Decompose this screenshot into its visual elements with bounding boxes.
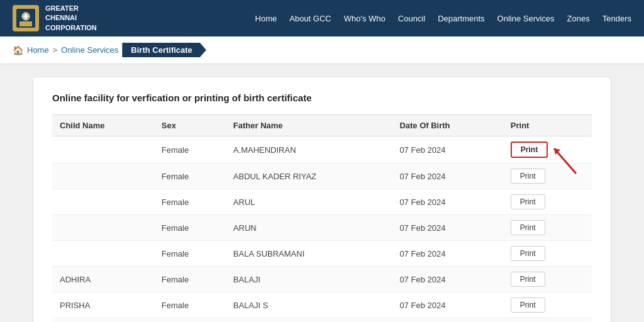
cell-dob: 07 Feb 2024 <box>392 292 502 318</box>
logo-area: GREATER CHENNAI CORPORATION <box>13 4 97 33</box>
breadcrumb-online-services-link[interactable]: Online Services <box>61 45 118 55</box>
cell-print: Print <box>503 318 592 323</box>
main-content: Online facility for verfication or print… <box>0 64 644 322</box>
cell-dob: 07 Feb 2024 <box>392 189 502 215</box>
cell-print: Print <box>503 215 592 241</box>
cell-child-name <box>52 215 154 241</box>
col-header-sex: Sex <box>154 115 226 136</box>
cell-child-name <box>52 136 154 164</box>
logo-icon <box>13 5 39 31</box>
table-row: FemaleBALA SUBRAMANI07 Feb 2024Print <box>52 241 592 267</box>
breadcrumb-active-item: Birth Certificate <box>122 43 206 57</box>
col-header-father-name: Father Name <box>226 115 392 136</box>
cell-father-name: A.MAHENDIRAN <box>226 136 392 164</box>
cell-father-name: ARUN <box>226 215 392 241</box>
table-row: FemaleABDUL KADER RIYAZ07 Feb 2024Print <box>52 164 592 189</box>
table-row: FemaleBALAJI. M07 Feb 2024Print <box>52 318 592 323</box>
cell-sex: Female <box>154 241 226 267</box>
cell-sex: Female <box>154 292 226 318</box>
cell-print: Print <box>503 292 592 318</box>
page-title: Online facility for verfication or print… <box>52 92 592 103</box>
nav-online-services[interactable]: Online Services <box>497 14 555 23</box>
table-row: PRISHAFemaleBALAJI S07 Feb 2024Print <box>52 292 592 318</box>
cell-father-name: ABDUL KADER RIYAZ <box>226 164 392 189</box>
print-button-highlighted[interactable]: Print <box>511 142 548 158</box>
cell-sex: Female <box>154 267 226 292</box>
cell-father-name: ARUL <box>226 189 392 215</box>
main-nav: Home About GCC Who's Who Council Departm… <box>255 14 631 23</box>
print-button[interactable]: Print <box>511 194 545 209</box>
breadcrumb: 🏠 Home > Online Services Birth Certifica… <box>0 36 644 64</box>
cell-father-name: BALA SUBRAMANI <box>226 241 392 267</box>
svg-rect-4 <box>23 16 28 17</box>
cell-child-name <box>52 189 154 215</box>
cell-sex: Female <box>154 189 226 215</box>
svg-marker-6 <box>554 148 560 155</box>
cell-dob: 07 Feb 2024 <box>392 215 502 241</box>
cell-sex: Female <box>154 215 226 241</box>
cell-print: Print <box>503 267 592 292</box>
cell-father-name: BALAJI S <box>226 292 392 318</box>
cell-child-name: ADHIRA <box>52 267 154 292</box>
home-icon: 🏠 <box>13 45 23 55</box>
cell-dob: 07 Feb 2024 <box>392 136 502 164</box>
cell-dob: 07 Feb 2024 <box>392 164 502 189</box>
cell-father-name: BALAJI. M <box>226 318 392 323</box>
nav-council[interactable]: Council <box>398 14 425 23</box>
print-button[interactable]: Print <box>511 220 545 235</box>
cell-dob: 07 Feb 2024 <box>392 241 502 267</box>
breadcrumb-separator: > <box>53 45 58 55</box>
cell-sex: Female <box>154 136 226 164</box>
nav-zones[interactable]: Zones <box>567 14 590 23</box>
col-header-dob: Date Of Birth <box>392 115 502 136</box>
cell-child-name <box>52 241 154 267</box>
cell-print: Print <box>503 241 592 267</box>
content-box: Online facility for verfication or print… <box>33 77 611 322</box>
print-button[interactable]: Print <box>511 297 545 313</box>
nav-whos-who[interactable]: Who's Who <box>344 14 386 23</box>
cell-print: Print <box>503 189 592 215</box>
site-header: GREATER CHENNAI CORPORATION Home About G… <box>0 0 644 36</box>
cell-dob: 07 Feb 2024 <box>392 267 502 292</box>
nav-tenders[interactable]: Tenders <box>602 14 631 23</box>
print-button[interactable]: Print <box>511 246 545 261</box>
breadcrumb-home-link[interactable]: Home <box>27 45 49 55</box>
birth-certificate-table: Child Name Sex Father Name Date Of Birth… <box>52 114 592 322</box>
cell-sex: Female <box>154 318 226 323</box>
col-header-print: Print <box>503 115 592 136</box>
cell-child-name <box>52 318 154 323</box>
cell-print: Print <box>503 164 592 189</box>
print-button[interactable]: Print <box>511 272 545 287</box>
cell-sex: Female <box>154 164 226 189</box>
cell-child-name <box>52 164 154 189</box>
nav-departments[interactable]: Departments <box>438 14 484 23</box>
table-row: FemaleARUN07 Feb 2024Print <box>52 215 592 241</box>
nav-about-gcc[interactable]: About GCC <box>289 14 331 23</box>
nav-home[interactable]: Home <box>255 14 277 23</box>
cell-dob: 07 Feb 2024 <box>392 318 502 323</box>
org-name-text: GREATER CHENNAI CORPORATION <box>45 4 97 33</box>
cell-print: Print <box>503 136 592 164</box>
cell-father-name: BALAJI <box>226 267 392 292</box>
col-header-child-name: Child Name <box>52 115 154 136</box>
table-row: ADHIRAFemaleBALAJI07 Feb 2024Print <box>52 267 592 292</box>
cell-child-name: PRISHA <box>52 292 154 318</box>
table-row: FemaleA.MAHENDIRAN07 Feb 2024Print <box>52 136 592 164</box>
table-row: FemaleARUL07 Feb 2024Print <box>52 189 592 215</box>
svg-rect-2 <box>19 21 32 26</box>
print-button[interactable]: Print <box>511 169 545 184</box>
